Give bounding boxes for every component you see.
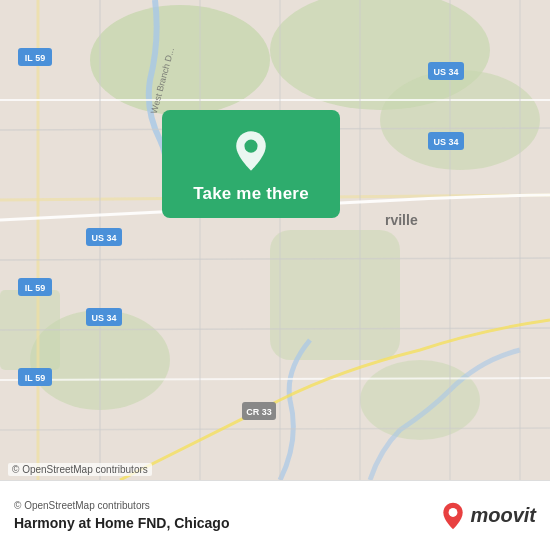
moovit-logo: moovit: [440, 501, 536, 531]
svg-point-41: [449, 508, 458, 517]
svg-text:US 34: US 34: [433, 137, 458, 147]
map-container: IL 59 IL 59 IL 59 US 34 US 34 US 34 US 3…: [0, 0, 550, 480]
map-background: IL 59 IL 59 IL 59 US 34 US 34 US 34 US 3…: [0, 0, 550, 480]
osm-credit: © OpenStreetMap contributors: [14, 500, 229, 511]
svg-text:IL 59: IL 59: [25, 373, 45, 383]
svg-text:US 34: US 34: [433, 67, 458, 77]
take-me-there-button[interactable]: Take me there: [193, 184, 309, 204]
location-name: Harmony at Home FND, Chicago: [14, 515, 229, 531]
svg-text:rville: rville: [385, 212, 418, 228]
svg-text:CR 33: CR 33: [246, 407, 272, 417]
svg-text:US 34: US 34: [91, 233, 116, 243]
location-pin-icon: [228, 128, 274, 174]
svg-rect-4: [270, 230, 400, 360]
svg-text:IL 59: IL 59: [25, 283, 45, 293]
svg-point-3: [380, 70, 540, 170]
svg-point-40: [244, 140, 257, 153]
svg-point-1: [90, 5, 270, 115]
map-attribution: © OpenStreetMap contributors: [8, 463, 152, 476]
moovit-text: moovit: [470, 504, 536, 527]
popup-card[interactable]: Take me there: [162, 110, 340, 218]
info-left: © OpenStreetMap contributors Harmony at …: [14, 500, 229, 531]
moovit-pin-icon: [440, 501, 466, 531]
info-bar: © OpenStreetMap contributors Harmony at …: [0, 480, 550, 550]
svg-text:US 34: US 34: [91, 313, 116, 323]
svg-text:IL 59: IL 59: [25, 53, 45, 63]
